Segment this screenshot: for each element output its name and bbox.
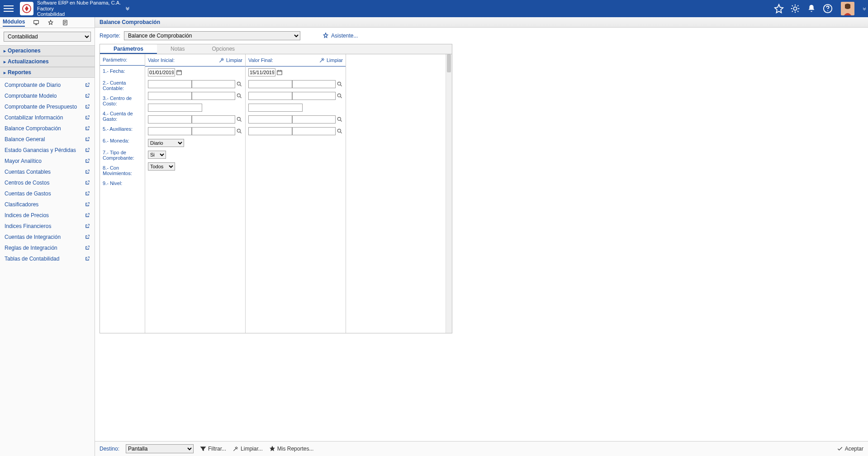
external-link-icon [85,147,90,153]
param-label: 8.- Con Movimientos: [100,162,145,178]
report-item[interactable]: Comprobante de Diario [0,80,95,90]
moneda-ini-code[interactable] [148,127,192,135]
report-item[interactable]: Reglas de Integración [0,242,95,253]
hamburger-menu-icon[interactable] [4,2,16,15]
external-link-icon [85,234,90,240]
auxiliares-fin-code[interactable] [248,115,292,124]
report-item[interactable]: Comprobante Modelo [0,90,95,101]
report-item[interactable]: Estado Ganancias y Pérdidas [0,145,95,156]
moneda-ini-desc[interactable] [192,127,236,135]
module-select[interactable]: Contabilidad [4,32,91,42]
reporte-select[interactable]: Balance de Comprobación [124,31,300,40]
calendar-icon[interactable] [176,69,182,76]
external-link-icon [85,93,90,99]
cuenta-contable-ini-code[interactable] [148,80,192,88]
tab-parametros[interactable]: Parámetros [100,44,157,54]
svg-rect-6 [177,71,182,75]
cuenta-gasto-ini-input[interactable] [148,104,202,112]
user-avatar[interactable] [841,2,854,15]
cuenta-contable-fin-desc[interactable] [292,80,336,88]
search-icon[interactable] [236,116,242,123]
report-item[interactable]: Tablas de Contabilidad [0,253,95,264]
search-icon[interactable] [236,81,242,87]
gear-icon[interactable] [790,4,800,14]
nivel-select[interactable]: Todos [148,162,175,171]
report-item[interactable]: Indices Financieros [0,221,95,232]
report-list: Comprobante de Diario Comprobante Modelo… [0,78,95,266]
centro-costo-ini-code[interactable] [148,92,192,100]
centro-costo-fin-code[interactable] [248,92,292,100]
external-link-icon [85,137,90,142]
con-movimientos-select[interactable]: Si [148,151,166,159]
expand-chevron-icon[interactable] [861,0,868,17]
document-icon[interactable] [62,19,68,26]
tab-modulos[interactable]: Módulos [3,19,25,27]
report-item[interactable]: Centros de Costos [0,177,95,188]
centro-costo-ini-desc[interactable] [192,92,236,100]
limpiar-button[interactable]: Limpiar... [232,446,263,452]
tab-opciones[interactable]: Opciones [198,44,248,54]
search-icon[interactable] [337,81,343,87]
auxiliares-ini-code[interactable] [148,115,192,124]
svg-point-13 [337,94,341,97]
limpiar-final-button[interactable]: Limpiar [319,57,343,63]
external-link-icon [85,256,90,261]
sidebar-tabs: Módulos [0,17,95,28]
moneda-fin-code[interactable] [248,127,292,135]
destino-label: Destino: [100,446,119,452]
filtrar-button[interactable]: Filtrar... [200,446,226,452]
auxiliares-ini-desc[interactable] [192,115,236,124]
favorite-star-icon[interactable] [47,19,54,26]
aceptar-button[interactable]: Aceptar [837,446,863,452]
report-item[interactable]: Balance General [0,134,95,145]
report-item[interactable]: Indices de Precios [0,210,95,221]
search-icon[interactable] [337,116,343,123]
star-icon[interactable] [774,4,784,14]
section-actualizaciones[interactable]: ▸Actualizaciones [0,56,95,67]
centro-costo-fin-desc[interactable] [292,92,336,100]
report-item[interactable]: Cuentas de Integración [0,232,95,242]
search-icon[interactable] [337,93,343,99]
sidebar: Módulos Contabilidad ▸Operaciones ▸Actua… [0,17,95,456]
report-item[interactable]: Mayor Analítico [0,156,95,166]
mis-reportes-button[interactable]: Mis Reportes... [269,446,314,452]
external-link-icon [85,213,90,218]
param-label: 6.- Moneda: [100,135,145,147]
svg-point-10 [237,129,240,132]
limpiar-inicial-button[interactable]: Limpiar [218,57,242,63]
reporte-label: Reporte: [100,33,120,39]
fecha-inicial-input[interactable] [148,68,175,76]
report-item[interactable]: Contabilizar Información [0,112,95,123]
cuenta-contable-ini-desc[interactable] [192,80,236,88]
search-icon[interactable] [236,128,242,134]
chevron-down-icon[interactable] [124,5,131,13]
section-operaciones[interactable]: ▸Operaciones [0,45,95,56]
tab-notas[interactable]: Notas [157,44,198,54]
help-icon[interactable] [823,4,833,14]
asistente-button[interactable]: Asistente... [322,32,358,39]
calendar-icon[interactable] [276,69,283,76]
auxiliares-fin-desc[interactable] [292,115,336,124]
footer-bar: Destino: Pantalla Filtrar... Limpiar... … [95,441,868,456]
report-item[interactable]: Balance Comprobación [0,123,95,134]
bell-icon[interactable] [806,4,816,14]
destino-select[interactable]: Pantalla [126,444,194,453]
report-item[interactable]: Comprobante de Presupuesto [0,101,95,112]
search-icon[interactable] [337,128,343,134]
fecha-final-input[interactable] [248,68,275,76]
section-reportes[interactable]: ▸Reportes [0,67,95,78]
tipo-comprobante-select[interactable]: Diario [148,139,184,147]
search-icon[interactable] [236,93,242,99]
report-item[interactable]: Cuentas Contables [0,166,95,177]
cuenta-contable-fin-code[interactable] [248,80,292,88]
report-item[interactable]: Cuentas de Gastos [0,188,95,199]
scrollbar[interactable] [446,54,452,333]
app-logo[interactable] [20,2,33,15]
svg-point-7 [237,82,240,85]
cuenta-gasto-fin-input[interactable] [248,104,303,112]
moneda-fin-desc[interactable] [292,127,336,135]
company-name: Software ERP en Nube Panama, C.A. [37,0,121,6]
monitor-icon[interactable] [33,19,39,26]
module-label: Contabilidad [37,11,121,17]
report-item[interactable]: Clasificadores [0,199,95,210]
